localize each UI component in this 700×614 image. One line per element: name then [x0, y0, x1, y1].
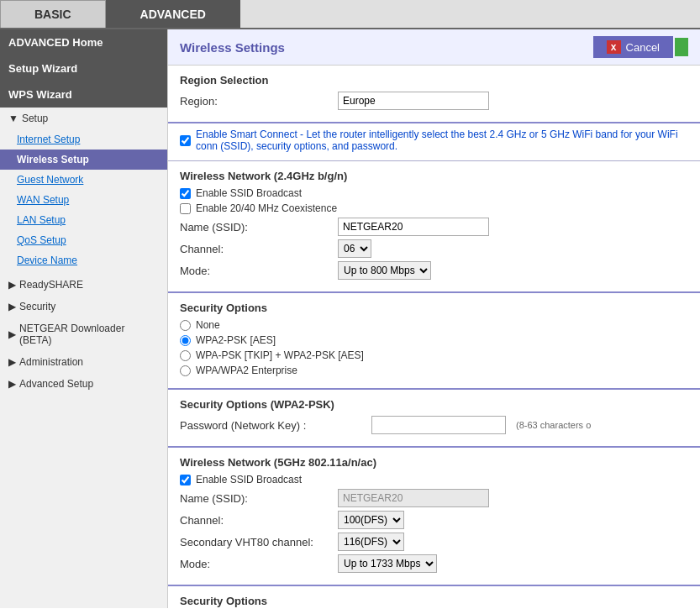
region-input[interactable] — [338, 92, 489, 110]
sidebar-item-wps-wizard[interactable]: WPS Wizard — [0, 81, 167, 108]
security-options-section: Security Options None WPA2-PSK [AES] WPA… — [168, 293, 700, 390]
enable-ssid-broadcast-5ghz-label: Enable SSID Broadcast — [196, 474, 302, 485]
smart-connect-row: Enable Smart Connect - Let the router in… — [180, 129, 688, 152]
security-wpa-psk-wpa2-label: WPA-PSK [TKIP] + WPA2-PSK [AES] — [196, 349, 364, 361]
netgear-arrow-icon: ▶ — [8, 328, 16, 340]
security-none-label: None — [196, 319, 220, 331]
mode-5ghz-label: Mode: — [180, 558, 331, 570]
ssid-5ghz-label: Name (SSID): — [180, 492, 331, 505]
mode-24-label: Mode: — [180, 265, 331, 277]
sidebar-group-setup[interactable]: ▼ Setup — [0, 108, 167, 129]
sidebar-item-setup-wizard[interactable]: Setup Wizard — [0, 55, 167, 81]
smart-connect-checkbox[interactable] — [180, 135, 191, 146]
smart-connect-label: Enable Smart Connect - Let the router in… — [196, 129, 688, 152]
content-header: Wireless Settings x Cancel — [168, 29, 700, 66]
enable-coexistence-row: Enable 20/40 MHz Coexistence — [180, 202, 688, 214]
security-wpa2-psk-label: WPA2-PSK [AES] — [196, 334, 276, 346]
security-none-radio[interactable] — [180, 320, 191, 331]
ssid-5ghz-input[interactable] — [338, 489, 489, 507]
mode-24-row: Mode: Up to 54 Mbps Up to 130 Mbps Up to… — [180, 261, 688, 280]
wireless-5ghz-section: Wireless Network (5GHz 802.11a/n/ac) Ena… — [168, 448, 700, 586]
password-label: Password (Network Key) : — [180, 419, 365, 432]
password-hint: (8-63 characters o — [516, 420, 591, 430]
security-wpa2-psk-radio[interactable] — [180, 335, 191, 346]
enable-ssid-broadcast-24-checkbox[interactable] — [180, 188, 191, 199]
ssid-24-row: Name (SSID): — [180, 218, 688, 236]
mode-5ghz-row: Mode: Up to 54 Mbps Up to 300 Mbps Up to… — [180, 554, 688, 573]
enable-coexistence-label: Enable 20/40 MHz Coexistence — [196, 202, 337, 214]
enable-ssid-broadcast-5ghz-checkbox[interactable] — [180, 475, 191, 485]
security-options-5ghz-section: Security Options — [168, 586, 700, 608]
secondary-vht80-label: Secondary VHT80 channel: — [180, 536, 331, 548]
security-wpa-psk-wpa2-radio[interactable] — [180, 350, 191, 361]
security-enterprise-label: WPA/WPA2 Enterprise — [196, 365, 297, 376]
sidebar-item-advanced-home[interactable]: ADVANCED Home — [0, 29, 167, 55]
content-area: Wireless Settings x Cancel Region Select… — [168, 29, 700, 608]
wireless-24-section: Wireless Network (2.4GHz b/g/n) Enable S… — [168, 161, 700, 293]
mode-24-select[interactable]: Up to 54 Mbps Up to 130 Mbps Up to 300 M… — [338, 261, 431, 280]
secondary-vht80-row: Secondary VHT80 channel: None 116(DFS) 1… — [180, 533, 688, 551]
password-row: Password (Network Key) : (8-63 character… — [180, 416, 688, 434]
region-section: Region Selection Region: — [168, 66, 700, 123]
enable-coexistence-checkbox[interactable] — [180, 203, 191, 214]
channel-24-label: Channel: — [180, 243, 331, 255]
green-status-indicator — [675, 38, 688, 56]
cancel-x-icon: x — [607, 40, 621, 54]
tab-basic[interactable]: BASIC — [0, 0, 106, 28]
mode-5ghz-select[interactable]: Up to 54 Mbps Up to 300 Mbps Up to 1300 … — [338, 554, 437, 573]
password-input[interactable] — [371, 416, 506, 434]
channel-24-row: Channel: 0102030405 060708091011 — [180, 239, 688, 258]
sidebar-group-administration[interactable]: ▶ Administration — [0, 351, 167, 373]
channel-5ghz-select[interactable]: Auto36404448 100(DFS)104(DFS)108(DFS)112… — [338, 511, 404, 529]
sidebar-group-netgear-downloader[interactable]: ▶ NETGEAR Downloader (BETA) — [0, 317, 167, 351]
ssid-5ghz-row: Name (SSID): — [180, 489, 688, 507]
readyshare-arrow-icon: ▶ — [8, 279, 16, 291]
security-options-title: Security Options — [180, 302, 688, 314]
smart-connect-section: Enable Smart Connect - Let the router in… — [168, 123, 700, 161]
tab-advanced[interactable]: ADVANCED — [106, 0, 240, 28]
ssid-24-input[interactable] — [338, 218, 489, 236]
sidebar-group-security[interactable]: ▶ Security — [0, 296, 167, 317]
enable-ssid-broadcast-5ghz-row: Enable SSID Broadcast — [180, 474, 688, 485]
region-row: Region: — [180, 92, 688, 110]
enable-ssid-broadcast-24-row: Enable SSID Broadcast — [180, 187, 688, 199]
sidebar-group-readyshare[interactable]: ▶ ReadySHARE — [0, 274, 167, 296]
region-label: Region: — [180, 95, 331, 108]
enable-ssid-broadcast-24-label: Enable SSID Broadcast — [196, 187, 302, 199]
sidebar-item-guest-network[interactable]: Guest Network — [0, 170, 167, 190]
security-options-5ghz-title: Security Options — [180, 595, 688, 607]
advanced-setup-arrow-icon: ▶ — [8, 378, 16, 390]
sidebar-item-wireless-setup[interactable]: Wireless Setup — [0, 150, 167, 170]
sidebar-item-lan-setup[interactable]: LAN Setup — [0, 210, 167, 230]
administration-arrow-icon: ▶ — [8, 356, 16, 368]
wireless-24-title: Wireless Network (2.4GHz b/g/n) — [180, 170, 688, 182]
security-wpa2-section: Security Options (WPA2-PSK) Password (Ne… — [168, 390, 700, 448]
security-wpa-psk-wpa2-row: WPA-PSK [TKIP] + WPA2-PSK [AES] — [180, 349, 688, 361]
cancel-button[interactable]: x Cancel — [593, 36, 673, 58]
security-wpa2-title: Security Options (WPA2-PSK) — [180, 398, 688, 411]
setup-arrow-icon: ▼ — [8, 113, 18, 124]
tab-bar: BASIC ADVANCED — [0, 0, 700, 29]
sidebar-item-device-name[interactable]: Device Name — [0, 250, 167, 270]
sidebar: ADVANCED Home Setup Wizard WPS Wizard ▼ … — [0, 29, 168, 608]
security-none-row: None — [180, 319, 688, 331]
sidebar-item-internet-setup[interactable]: Internet Setup — [0, 129, 167, 150]
ssid-24-label: Name (SSID): — [180, 221, 331, 234]
security-arrow-icon: ▶ — [8, 301, 16, 312]
security-enterprise-radio[interactable] — [180, 365, 191, 376]
sidebar-item-qos-setup[interactable]: QoS Setup — [0, 230, 167, 250]
channel-24-select[interactable]: 0102030405 060708091011 — [338, 239, 371, 258]
region-section-title: Region Selection — [180, 74, 688, 87]
wireless-5ghz-title: Wireless Network (5GHz 802.11a/n/ac) — [180, 456, 688, 469]
security-wpa2-psk-row: WPA2-PSK [AES] — [180, 334, 688, 346]
sidebar-group-advanced-setup[interactable]: ▶ Advanced Setup — [0, 373, 167, 395]
secondary-vht80-select[interactable]: None 116(DFS) 124(DFS) 132(DFS) 140(DFS) — [338, 533, 404, 551]
channel-5ghz-label: Channel: — [180, 514, 331, 527]
security-enterprise-row: WPA/WPA2 Enterprise — [180, 365, 688, 376]
channel-5ghz-row: Channel: Auto36404448 100(DFS)104(DFS)10… — [180, 511, 688, 529]
sidebar-item-wan-setup[interactable]: WAN Setup — [0, 190, 167, 210]
page-title: Wireless Settings — [180, 40, 285, 55]
